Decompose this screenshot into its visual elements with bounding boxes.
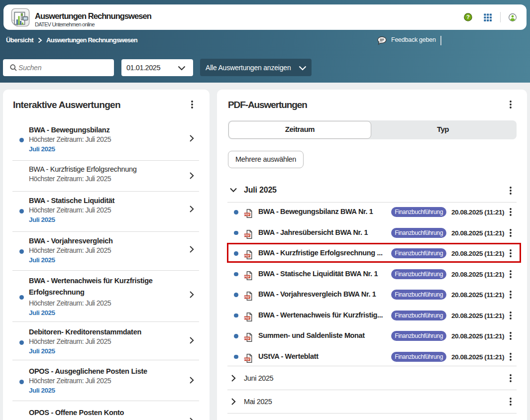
svg-text:PDF: PDF bbox=[244, 213, 250, 216]
svg-text:PDF: PDF bbox=[244, 275, 250, 278]
svg-text:PDF: PDF bbox=[244, 296, 250, 299]
svg-text:PDF: PDF bbox=[244, 337, 250, 340]
svg-text:PDF: PDF bbox=[244, 316, 250, 319]
svg-text:PDF: PDF bbox=[244, 357, 250, 360]
svg-text:?: ? bbox=[466, 14, 470, 20]
svg-text:PDF: PDF bbox=[244, 233, 250, 236]
